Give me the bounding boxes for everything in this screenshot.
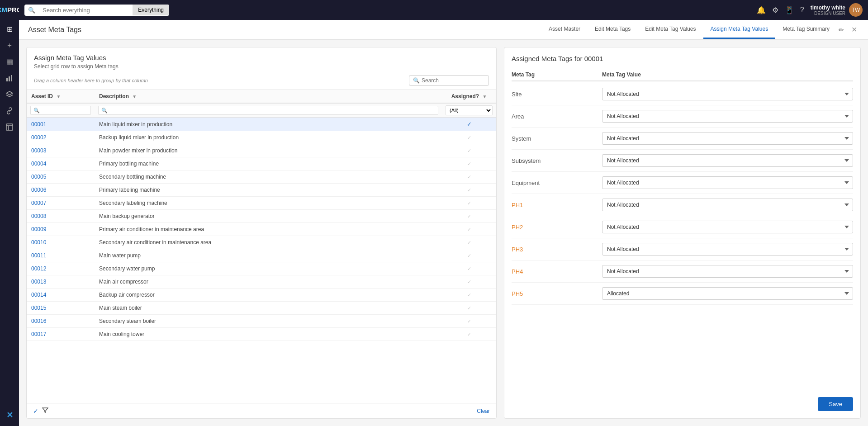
asset-id-cell[interactable]: 00007: [27, 197, 95, 210]
meta-select-ph1[interactable]: Not Allocated Allocated: [602, 199, 853, 211]
content-split: Assign Meta Tag Values Select grid row t…: [19, 40, 868, 426]
meta-select-equipment[interactable]: Not Allocated Allocated: [602, 176, 853, 189]
meta-select-subsystem[interactable]: Not Allocated Allocated: [602, 154, 853, 167]
table-row[interactable]: 00013 Main air compressor ✓: [27, 275, 496, 289]
logo-xm: XM: [0, 6, 7, 14]
table-row[interactable]: 00012 Secondary water pump ✓: [27, 262, 496, 275]
filter-assigned[interactable]: (All) Yes No: [446, 105, 493, 115]
description-cell: Secondary bottling machine: [95, 170, 442, 184]
left-panel: Assign Meta Tag Values Select grid row t…: [26, 47, 497, 419]
asset-id-cell[interactable]: 00004: [27, 157, 95, 170]
sidebar-icon-chart[interactable]: [1, 71, 18, 85]
description-cell: Main steam boiler: [95, 302, 442, 315]
main-area: 🔍 Everything 🔔 ⚙ 📱 ? timothy white DESIG…: [19, 0, 868, 426]
table-row[interactable]: 00005 Secondary bottling machine ✓: [27, 170, 496, 184]
table-row[interactable]: 00011 Main water pump ✓: [27, 249, 496, 262]
content-area: Asset Meta Tags Asset Master Edit Meta T…: [19, 20, 868, 426]
meta-select-ph2[interactable]: Not Allocated Allocated: [602, 221, 853, 233]
table-row[interactable]: 00006 Primary labeling machine ✓: [27, 184, 496, 197]
assigned-cell: ✓: [442, 210, 496, 223]
edit-icon[interactable]: ✏: [837, 24, 846, 35]
asset-id-filter-icon[interactable]: ▼: [56, 94, 61, 99]
meta-select-ph4[interactable]: Not Allocated Allocated: [602, 265, 853, 278]
user-name: timothy white: [811, 5, 845, 11]
table-row[interactable]: 00007 Secondary labeling machine ✓: [27, 197, 496, 210]
close-icon[interactable]: ✕: [849, 24, 859, 36]
filter-description[interactable]: [98, 106, 438, 115]
table-row[interactable]: 00009 Primary air conditioner in mainten…: [27, 223, 496, 236]
topbar: 🔍 Everything 🔔 ⚙ 📱 ? timothy white DESIG…: [19, 0, 868, 20]
sidebar-icon-grid[interactable]: ⊞: [1, 22, 18, 37]
tab-assign-meta-tag-values[interactable]: Assign Meta Tag Values: [703, 20, 776, 39]
table-row[interactable]: 00003 Main powder mixer in production ✓: [27, 144, 496, 157]
table-row[interactable]: 00016 Secondary steam boiler ✓: [27, 315, 496, 328]
unassigned-icon: ✓: [467, 331, 471, 337]
tab-edit-meta-tags[interactable]: Edit Meta Tags: [588, 20, 638, 39]
user-avatar[interactable]: TW: [849, 3, 863, 17]
filter-asset-id[interactable]: [30, 106, 91, 115]
help-icon[interactable]: ?: [800, 6, 804, 14]
table-row[interactable]: 00017 Main cooling tower ✓: [27, 328, 496, 341]
tab-edit-meta-tag-values[interactable]: Edit Meta Tag Values: [638, 20, 703, 39]
asset-id-cell[interactable]: 00002: [27, 131, 95, 144]
meta-select-site[interactable]: Not Allocated Allocated: [602, 88, 853, 100]
meta-select-area[interactable]: Not Allocated Allocated: [602, 110, 853, 123]
save-button[interactable]: Save: [818, 397, 853, 411]
asset-id-cell[interactable]: 00014: [27, 289, 95, 302]
meta-select-ph3[interactable]: Not Allocated Allocated: [602, 243, 853, 256]
description-filter-icon[interactable]: ▼: [132, 94, 137, 99]
sidebar-icon-link[interactable]: [1, 104, 18, 118]
description-cell: Backup air compressor: [95, 289, 442, 302]
assigned-filter-icon[interactable]: ▼: [482, 94, 487, 99]
table-row[interactable]: 00008 Main backup generator ✓: [27, 210, 496, 223]
asset-id-cell[interactable]: 00011: [27, 249, 95, 262]
footer-filter-icon[interactable]: [42, 407, 48, 415]
search-bar[interactable]: 🔍 Everything: [24, 5, 169, 16]
search-scope-button[interactable]: Everything: [133, 5, 169, 15]
table-row[interactable]: 00015 Main steam boiler ✓: [27, 302, 496, 315]
asset-id-cell[interactable]: 00009: [27, 223, 95, 236]
table-row[interactable]: 00004 Primary bottling machine ✓: [27, 157, 496, 170]
asset-id-cell[interactable]: 00016: [27, 315, 95, 328]
asset-id-cell[interactable]: 00005: [27, 170, 95, 184]
meta-tag-label-ph3: PH3: [512, 246, 602, 253]
sidebar-icon-calendar[interactable]: ▦: [1, 55, 18, 69]
meta-select-system[interactable]: Not Allocated Allocated: [602, 132, 853, 145]
asset-id-cell[interactable]: 00015: [27, 302, 95, 315]
asset-id-cell[interactable]: 00012: [27, 262, 95, 275]
assigned-cell: ✓: [442, 118, 496, 131]
sidebar-icon-x[interactable]: ✕: [1, 408, 18, 422]
sidebar-icon-layers[interactable]: [1, 87, 18, 102]
settings-icon[interactable]: ⚙: [772, 6, 778, 14]
tab-asset-master[interactable]: Asset Master: [541, 20, 588, 39]
right-panel-title: Assigned Meta Tags for 00001: [512, 55, 853, 62]
asset-id-cell[interactable]: 00003: [27, 144, 95, 157]
asset-id-cell[interactable]: 00006: [27, 184, 95, 197]
mobile-icon[interactable]: 📱: [785, 6, 794, 14]
table-row[interactable]: 00014 Backup air compressor ✓: [27, 289, 496, 302]
search-input[interactable]: [39, 5, 133, 16]
table-row[interactable]: 00002 Backup liquid mixer in production …: [27, 131, 496, 144]
meta-row-ph4: PH4 Not Allocated Allocated: [512, 260, 853, 283]
meta-tag-label-ph1: PH1: [512, 202, 602, 208]
sidebar-icon-add[interactable]: ＋: [1, 38, 18, 53]
sidebar-icon-table[interactable]: [1, 120, 18, 134]
asset-id-cell[interactable]: 00008: [27, 210, 95, 223]
asset-id-cell[interactable]: 00010: [27, 236, 95, 249]
table-search-input[interactable]: [422, 77, 485, 84]
tab-meta-tag-summary[interactable]: Meta Tag Summary: [775, 20, 837, 39]
asset-id-cell[interactable]: 00017: [27, 328, 95, 341]
meta-row-ph2: PH2 Not Allocated Allocated: [512, 216, 853, 238]
footer-clear-button[interactable]: Clear: [477, 408, 490, 414]
assigned-cell: ✓: [442, 249, 496, 262]
table-search-box[interactable]: 🔍: [409, 75, 489, 86]
asset-id-cell[interactable]: 00001: [27, 118, 95, 131]
assigned-cell: ✓: [442, 236, 496, 249]
table-row[interactable]: 00001 Main liquid mixer in production ✓: [27, 118, 496, 131]
notification-icon[interactable]: 🔔: [757, 6, 766, 14]
meta-select-ph5[interactable]: Not Allocated Allocated: [602, 287, 853, 300]
asset-id-cell[interactable]: 00013: [27, 275, 95, 289]
footer-confirm-icon[interactable]: ✓: [33, 407, 38, 415]
meta-row-area: Area Not Allocated Allocated: [512, 105, 853, 128]
table-row[interactable]: 00010 Secondary air conditioner in maint…: [27, 236, 496, 249]
